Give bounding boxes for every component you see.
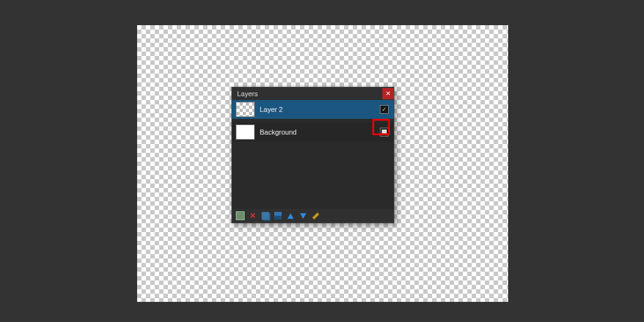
layers-toolbar: ✕ — [232, 209, 394, 223]
visibility-toggle[interactable] — [380, 105, 389, 114]
arrow-up-icon — [287, 213, 294, 219]
duplicate-icon — [262, 212, 269, 219]
layer-name-label[interactable]: Background — [260, 128, 380, 136]
close-icon[interactable]: ✕ — [382, 88, 394, 99]
delete-icon: ✕ — [250, 212, 256, 219]
merge-layer-button[interactable] — [274, 211, 282, 220]
layer-thumbnail[interactable] — [236, 102, 255, 117]
layer-name-label[interactable]: Layer 2 — [260, 106, 380, 113]
layer-row[interactable]: Background — [232, 123, 394, 142]
layer-row[interactable]: Layer 2 — [232, 100, 394, 119]
duplicate-layer-button[interactable] — [261, 211, 270, 220]
properties-button[interactable] — [311, 211, 320, 220]
add-layer-button[interactable] — [236, 211, 245, 220]
visibility-toggle[interactable] — [380, 128, 389, 136]
pencil-icon — [313, 213, 318, 218]
arrow-down-icon — [300, 213, 306, 219]
merge-icon — [274, 212, 282, 219]
layers-panel-title: Layers — [237, 90, 258, 97]
add-icon — [236, 211, 245, 220]
layers-panel: Layers ✕ Layer 2 Background ✕ — [231, 87, 394, 223]
move-up-button[interactable] — [286, 211, 295, 220]
layer-list: Layer 2 Background — [232, 100, 394, 209]
layers-panel-titlebar[interactable]: Layers ✕ — [232, 87, 394, 100]
move-down-button[interactable] — [299, 211, 308, 220]
delete-layer-button[interactable]: ✕ — [248, 211, 257, 220]
layer-thumbnail[interactable] — [236, 125, 255, 140]
